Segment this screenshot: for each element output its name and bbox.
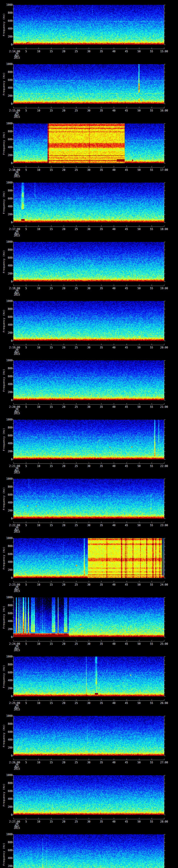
x-tick-label: 20	[62, 346, 65, 349]
y-tick	[164, 254, 165, 254]
x-tick-label: 35	[100, 524, 103, 527]
y-tick-label: 800	[0, 485, 12, 488]
y-tick	[164, 538, 166, 538]
x-tick	[76, 284, 77, 286]
y-tick-label: 200	[0, 332, 12, 334]
x-tick	[51, 758, 52, 760]
x-tick-label: 15	[50, 168, 53, 172]
y-tick	[164, 506, 165, 507]
y-axis-title: Frequency (Hz)	[2, 428, 5, 451]
x-tick-label: 50	[138, 50, 141, 53]
x-tick-label: 30	[87, 50, 90, 53]
x-tick	[139, 581, 139, 582]
x-tick	[64, 284, 64, 286]
y-tick-label: 600	[0, 197, 12, 200]
y-tick	[164, 609, 165, 610]
x-tick-label: 20	[62, 168, 65, 172]
y-tick-label: 800	[0, 604, 12, 607]
x-tick	[26, 107, 26, 108]
x-tick-label: 45	[125, 346, 128, 349]
spectrogram-heatmap	[13, 242, 164, 282]
x-tick	[139, 522, 139, 523]
y-tick	[12, 538, 13, 538]
x-tick	[51, 699, 52, 701]
x-tick-label: 25	[75, 50, 78, 53]
x-tick-label: 10	[37, 109, 40, 112]
y-tick-label: 400	[0, 501, 12, 504]
spectrogram-panel-2:15:00: Frequency (Hz) 2:15:00 16:00 02004006008…	[0, 59, 178, 118]
x-tick-label: 40	[112, 820, 115, 823]
y-tick	[13, 372, 13, 373]
y-tick-label: 800	[0, 367, 12, 370]
y-tick	[164, 123, 166, 124]
x-tick-label: 10	[37, 465, 40, 468]
x-tick	[139, 462, 139, 464]
x-tick	[139, 284, 139, 286]
x-tick-label: 40	[112, 465, 115, 468]
y-tick-label: 600	[0, 256, 12, 259]
x-tick-label: 50	[138, 287, 141, 290]
x-tick-label: 15	[50, 702, 53, 705]
y-axis-title: Frequency (Hz)	[2, 369, 5, 392]
x-tick	[51, 48, 52, 49]
y-tick-label: 600	[0, 493, 12, 496]
x-tick-label: 40	[112, 761, 115, 764]
start-date-line: 2015	[6, 649, 27, 651]
y-tick-label: 600	[0, 553, 12, 556]
x-tick	[139, 166, 139, 167]
x-tick-label: 40	[112, 405, 115, 408]
x-tick	[26, 581, 26, 582]
x-tick	[13, 403, 14, 404]
y-tick-label: 200	[0, 213, 12, 216]
y-tick	[13, 617, 13, 618]
y-tick-label: 800	[0, 308, 12, 310]
y-tick	[12, 664, 13, 665]
x-tick	[26, 403, 26, 404]
x-tick-label: 30	[87, 405, 90, 408]
y-tick	[13, 270, 13, 270]
x-tick-label: 55	[150, 287, 153, 290]
x-tick-label: 55	[150, 50, 153, 53]
x-tick	[13, 581, 14, 582]
x-tick	[38, 758, 39, 760]
y-tick	[164, 214, 166, 215]
y-tick-label: 600	[0, 731, 12, 733]
y-tick	[12, 44, 13, 45]
y-tick	[12, 384, 13, 384]
x-tick	[76, 462, 77, 464]
x-tick	[89, 462, 89, 464]
x-tick-label: 35	[100, 465, 103, 468]
y-tick-label: 800	[0, 130, 12, 133]
y-tick-label: 200	[0, 628, 12, 630]
y-tick-label: 200	[0, 806, 12, 808]
y-tick	[13, 669, 13, 669]
x-tick	[126, 699, 127, 701]
y-tick	[12, 866, 13, 866]
x-tick-label: 25	[75, 287, 78, 290]
x-tick-label: 50	[138, 761, 141, 764]
x-tick-label: 30	[87, 109, 90, 112]
x-tick-label: 35	[100, 168, 103, 172]
x-tick	[38, 48, 39, 49]
y-tick	[164, 779, 165, 779]
y-tick	[12, 104, 13, 104]
y-tick-label: 0	[0, 43, 12, 46]
y-tick	[12, 123, 13, 124]
x-tick-label: 50	[138, 524, 141, 527]
x-tick	[89, 581, 89, 582]
x-tick-label: 55	[150, 702, 153, 705]
x-tick-label: 40	[112, 346, 115, 349]
y-tick-label: 600	[0, 375, 12, 378]
x-tick-label: 10	[37, 50, 40, 53]
y-tick	[12, 198, 13, 199]
spectrogram-panel-2:21:00: Frequency (Hz) 2:21:00 22:00 02004006008…	[0, 415, 178, 474]
x-tick	[89, 403, 89, 404]
x-tick-label: 10	[37, 524, 40, 527]
x-tick	[89, 166, 89, 167]
x-tick	[76, 344, 77, 345]
y-tick	[12, 96, 13, 96]
spectrogram-heatmap	[13, 420, 164, 459]
y-tick	[164, 5, 166, 5]
x-tick-label: 15	[50, 524, 53, 527]
x-tick-label: 20	[62, 50, 65, 53]
